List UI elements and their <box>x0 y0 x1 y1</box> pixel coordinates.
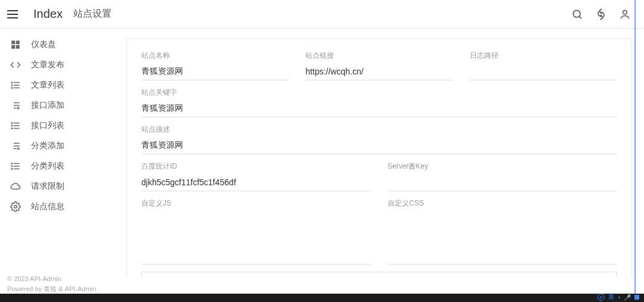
field-label: 百度统计ID <box>141 161 371 172</box>
sidebar-item-label: 文章发布 <box>31 60 64 70</box>
svg-point-34 <box>11 169 13 170</box>
os-taskbar <box>0 294 644 302</box>
sidebar-item-label: 文章列表 <box>31 80 64 91</box>
field-description: 站点描述 <box>141 124 617 154</box>
sidebar-item-post-publish[interactable]: 文章发布 <box>0 55 119 75</box>
list-icon <box>10 160 21 172</box>
field-label: 站点描述 <box>141 124 617 135</box>
sidebar-item-category-add[interactable]: 分类添加 <box>0 136 119 156</box>
sidebar-item-dashboard[interactable]: 仪表盘 <box>0 35 119 55</box>
submit-button[interactable]: 提交 <box>141 272 617 277</box>
svg-point-22 <box>11 125 13 126</box>
window-edge-highlight <box>634 0 636 294</box>
footer-link-apiadmin[interactable]: API-Admin <box>65 285 97 292</box>
footer-link-qinghu[interactable]: 青狐 <box>44 285 57 292</box>
svg-rect-4 <box>16 41 20 44</box>
sidebar-item-api-add[interactable]: 接口添加 <box>0 95 119 116</box>
account-button[interactable] <box>613 2 637 26</box>
field-baidu-id: 百度统计ID <box>141 161 371 191</box>
custom-js-textarea[interactable] <box>141 211 371 264</box>
sidebar-item-site-info[interactable]: 站点信息 <box>0 197 119 217</box>
menu-toggle-button[interactable] <box>7 7 21 21</box>
field-label: 日志路径 <box>470 51 617 61</box>
search-icon <box>571 8 583 20</box>
field-server-key: Server酱Key <box>388 161 617 191</box>
top-bar: Index 站点设置 <box>0 0 644 29</box>
field-log-path: 日志路径 <box>470 51 617 80</box>
ime-indicator[interactable]: iF 英 • 🎤 <box>597 293 639 301</box>
sidebar-item-label: 请求限制 <box>31 181 64 192</box>
custom-css-textarea[interactable] <box>388 211 617 264</box>
sidebar-item-rate-limit[interactable]: 请求限制 <box>0 176 119 197</box>
site-name-input[interactable] <box>141 63 289 80</box>
footer-copyright: © 2023 API-Admin <box>7 274 96 284</box>
sidebar-item-label: 分类列表 <box>31 161 64 172</box>
field-site-name: 站点名称 <box>141 51 289 80</box>
sidebar-item-label: 分类添加 <box>31 141 64 151</box>
page-title: 站点设置 <box>73 8 112 20</box>
sidebar: 仪表盘 文章发布 文章列表 接口添加 接口列表 分类添加 分类列表 请求限制 <box>0 29 119 277</box>
ime-grid-icon <box>634 295 639 300</box>
list-icon <box>10 120 21 132</box>
ime-mic-icon: 🎤 <box>624 294 631 301</box>
main-content: 站点名称 站点链接 日志路径 站点关键字 <box>119 29 644 277</box>
keywords-input[interactable] <box>141 100 617 117</box>
search-button[interactable] <box>565 2 589 26</box>
ime-language: 英 <box>608 293 614 301</box>
sidebar-item-label: 站点信息 <box>31 201 64 212</box>
svg-point-35 <box>14 206 17 208</box>
code-icon <box>10 59 21 71</box>
svg-point-21 <box>11 123 13 124</box>
svg-point-32 <box>11 163 13 164</box>
ime-badge-icon: iF <box>597 294 605 301</box>
svg-rect-5 <box>11 45 15 49</box>
sidebar-item-label: 仪表盘 <box>31 39 56 50</box>
svg-point-33 <box>11 166 13 167</box>
sync-button[interactable] <box>589 2 613 26</box>
field-custom-css: 自定义CSS <box>388 198 617 264</box>
gear-icon <box>10 201 21 213</box>
sidebar-item-api-list[interactable]: 接口列表 <box>0 116 119 136</box>
field-label: Server酱Key <box>388 161 617 172</box>
sidebar-item-category-list[interactable]: 分类列表 <box>0 156 119 176</box>
log-path-input[interactable] <box>470 63 617 80</box>
settings-form-card: 站点名称 站点链接 日志路径 站点关键字 <box>126 38 632 277</box>
footer-powered-by: Powered by 青狐 & API-Admin <box>7 284 96 294</box>
footer: © 2023 API-Admin Powered by 青狐 & API-Adm… <box>7 274 96 294</box>
cloud-icon <box>10 180 21 192</box>
field-label: 自定义CSS <box>388 198 617 208</box>
svg-rect-3 <box>11 41 15 44</box>
sidebar-item-label: 接口列表 <box>31 120 64 131</box>
field-site-link: 站点链接 <box>305 51 453 80</box>
ime-dot-icon: • <box>618 294 620 301</box>
person-icon <box>619 8 631 20</box>
svg-rect-6 <box>16 45 20 49</box>
field-keywords: 站点关键字 <box>141 88 617 117</box>
description-input[interactable] <box>141 137 617 154</box>
field-label: 站点关键字 <box>141 88 617 98</box>
sidebar-item-post-list[interactable]: 文章列表 <box>0 75 119 95</box>
field-custom-js: 自定义JS <box>141 198 371 264</box>
sidebar-item-label: 接口添加 <box>31 100 64 111</box>
svg-point-23 <box>11 128 13 129</box>
svg-point-12 <box>11 88 13 89</box>
baidu-id-input[interactable] <box>141 174 371 191</box>
svg-point-2 <box>623 10 627 14</box>
field-label: 站点名称 <box>141 51 289 61</box>
field-label: 自定义JS <box>141 198 371 208</box>
server-key-input[interactable] <box>388 174 617 191</box>
site-link-input[interactable] <box>305 63 453 80</box>
field-label: 站点链接 <box>305 51 453 61</box>
list-icon <box>10 79 21 91</box>
sync-icon <box>595 8 607 20</box>
svg-point-10 <box>11 82 13 83</box>
brand-title: Index <box>33 7 63 21</box>
dashboard-icon <box>10 39 21 51</box>
svg-point-0 <box>573 10 580 17</box>
svg-point-11 <box>11 85 13 86</box>
add-list-icon <box>10 99 21 111</box>
add-list-icon <box>10 140 21 152</box>
svg-line-1 <box>580 16 582 18</box>
